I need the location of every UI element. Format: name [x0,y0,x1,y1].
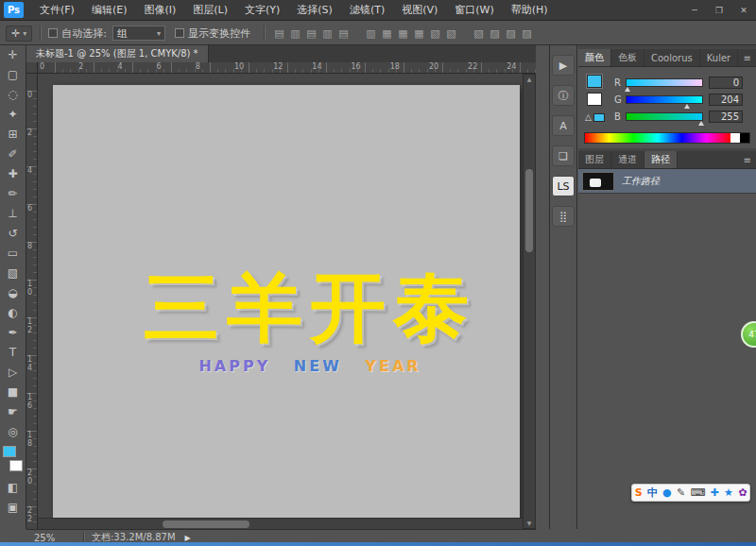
dock-panel-icon[interactable]: ❏ [552,145,575,166]
align-icon[interactable]: ▤ [336,27,351,40]
tool-button[interactable]: ⊞ [0,125,26,145]
menu-item[interactable]: 窗口(W) [446,0,502,21]
menu-item[interactable]: 图层(L) [184,0,236,21]
align-icon[interactable]: ▥ [364,27,378,40]
window-control-icon[interactable]: ─ [682,0,707,21]
align-icon[interactable]: ▧ [428,27,442,40]
channel-slider[interactable] [626,95,703,104]
dock-panel-icon[interactable]: LS [552,176,575,196]
ime-icon[interactable]: ✿ [738,485,747,501]
tool-button[interactable]: ✚ [0,164,26,184]
tool-mode-button[interactable]: ◧ [0,478,26,498]
ime-icon[interactable]: ● [662,485,672,501]
tool-preset-picker[interactable]: ✛ ▾ [6,26,32,42]
align-icon[interactable]: ▦ [412,27,426,40]
horizontal-scrollbar[interactable] [38,518,523,529]
ime-icon[interactable]: 中 [647,485,658,501]
slider-thumb-icon[interactable] [698,121,704,126]
color-spectrum-ramp[interactable] [584,132,750,144]
vertical-scrollbar-thumb[interactable] [525,169,533,252]
ime-icon[interactable]: ⌨ [690,485,705,501]
menu-item[interactable]: 文字(Y) [236,0,288,21]
tool-button[interactable]: ▧ [0,264,26,283]
tool-button[interactable]: ▭ [0,244,26,264]
dock-panel-icon[interactable]: A [552,115,575,136]
panel-tab[interactable]: 色板 [611,49,644,66]
menu-item[interactable]: 选择(S) [288,0,341,21]
menu-item[interactable]: 图像(I) [135,0,184,21]
align-icon[interactable]: ▨ [504,27,518,40]
tool-button[interactable]: ↺ [0,224,26,244]
tool-button[interactable]: ▢ [0,65,26,85]
panel-tab[interactable]: 图层 [578,151,611,168]
foreground-color-swatch[interactable] [587,75,602,88]
menu-item[interactable]: 文件(F) [31,0,83,21]
document-canvas[interactable]: 三羊开泰 HAPPY NEW YEAR [53,85,520,529]
ruler-corner[interactable] [26,62,38,74]
path-row[interactable]: 工作路径 [578,169,756,194]
panel-menu-icon[interactable]: ≡ [739,49,756,66]
gamut-warning[interactable]: △ [585,112,605,122]
align-icon[interactable]: ▨ [520,27,534,40]
align-icon[interactable]: ▦ [396,27,410,40]
panel-tab[interactable]: 路径 [644,151,678,168]
panel-tab[interactable]: Kuler [700,49,738,66]
tool-button[interactable]: ◒ [0,283,26,303]
tool-button[interactable]: ⊥ [0,204,26,224]
align-icon[interactable]: ▧ [472,27,486,40]
tool-button[interactable]: T [0,343,26,363]
spectrum-white-chip[interactable] [730,133,740,143]
zoom-level-field[interactable]: 25% [34,533,76,543]
dock-panel-icon[interactable]: ⓘ [552,85,575,106]
tool-button[interactable]: ✏ [0,184,26,204]
window-control-icon[interactable]: ❐ [707,0,731,21]
tool-button[interactable]: ■ [0,383,26,402]
channel-value-field[interactable]: 204 [709,94,743,106]
channel-slider[interactable] [626,112,703,121]
align-icon[interactable]: ▦ [380,27,394,40]
status-flyout-icon[interactable]: ▶ [185,534,191,542]
menu-item[interactable]: 视图(V) [393,0,446,21]
align-icon[interactable]: ▤ [272,27,286,40]
menu-item[interactable]: 滤镜(T) [341,0,393,21]
panel-tab[interactable]: Coolorus [644,49,700,66]
dock-panel-icon[interactable]: ⣿ [552,206,575,227]
tool-button[interactable]: ✦ [0,105,26,125]
align-icon[interactable]: ▥ [288,27,302,40]
spectrum-black-chip[interactable] [740,133,749,143]
panel-tab[interactable]: 通道 [611,151,644,168]
channel-slider[interactable] [626,78,703,87]
menu-item[interactable]: 帮助(H) [503,0,557,21]
panel-menu-icon[interactable]: ≡ [739,151,756,168]
tool-button[interactable]: ◌ [0,85,26,105]
vertical-scrollbar[interactable]: ▲ ▼ [523,74,536,529]
canvas-viewport[interactable]: 三羊开泰 HAPPY NEW YEAR [38,74,523,529]
tool-mode-button[interactable]: ▣ [0,498,26,518]
slider-thumb-icon[interactable] [625,87,630,92]
tool-button[interactable]: ▷ [0,363,26,383]
align-icon[interactable]: ▥ [320,27,335,40]
align-icon[interactable]: ▤ [304,27,318,40]
tool-button[interactable]: ✐ [0,145,26,164]
slider-thumb-icon[interactable] [684,104,690,109]
foreground-color-swatch[interactable] [3,446,16,457]
panel-tab[interactable]: 颜色 [578,49,611,66]
tool-button[interactable]: ☛ [0,402,26,422]
horizontal-scrollbar-thumb[interactable] [163,520,249,528]
ime-icon[interactable]: ✚ [711,485,719,501]
document-tab[interactable]: 未标题-1 @ 25% (图层 1, CMYK/8) * [26,45,209,62]
background-color-swatch[interactable] [587,93,602,106]
vertical-ruler[interactable]: 0 2 4 6 8 10 12 14 16 18 20 22 [26,74,38,529]
horizontal-ruler[interactable]: 0 2 4 6 8 10 12 14 16 18 20 22 24 [38,62,536,74]
ime-icon[interactable]: ✎ [677,485,685,501]
ime-icon[interactable]: S [635,485,643,501]
menu-item[interactable]: 编辑(E) [83,0,136,21]
auto-select-checkbox[interactable] [48,28,58,38]
scroll-up-icon[interactable]: ▲ [524,75,535,84]
tool-button[interactable]: ◎ [0,422,26,442]
spectrum-rainbow[interactable] [585,133,730,143]
dock-panel-icon[interactable]: ▶ [552,55,575,76]
background-color-swatch[interactable] [9,460,23,471]
channel-value-field[interactable]: 0 [709,77,743,89]
window-control-icon[interactable]: ✕ [731,0,756,21]
